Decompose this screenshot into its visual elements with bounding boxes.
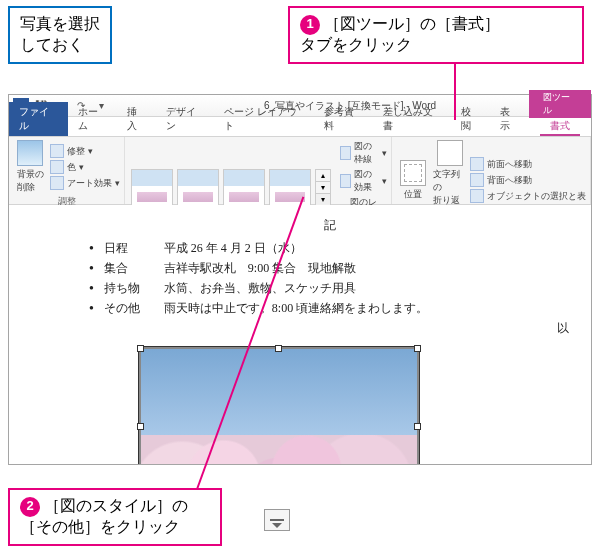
doc-tail: 以 (89, 320, 571, 337)
tab-mailings[interactable]: 差し込み文書 (373, 102, 451, 136)
ribbon-group-adjust: 背景の 削除 修整 ▾ 色 ▾ アート効果 ▾ 調整 (9, 137, 125, 204)
resize-handle[interactable] (414, 345, 421, 352)
gallery-up-icon[interactable]: ▴ (316, 170, 330, 182)
bring-forward-button[interactable]: 前面へ移動 (470, 157, 586, 171)
doc-row: 集合吉祥寺駅改札 9:00 集合 現地解散 (89, 260, 571, 277)
tab-insert[interactable]: 挿入 (117, 102, 156, 136)
gallery-down-icon[interactable]: ▾ (316, 182, 330, 194)
style-thumb[interactable] (223, 169, 265, 207)
style-thumb[interactable] (131, 169, 173, 207)
tab-file[interactable]: ファイル (9, 102, 68, 136)
word-window: W 💾 ↶ ↷ ▾ 6_写真やイラスト [互換モード] - Word ファイル … (8, 94, 592, 465)
style-thumb[interactable] (177, 169, 219, 207)
badge-2: 2 (20, 497, 40, 517)
leader-line-1 (454, 64, 456, 120)
contextual-tab-group: 図ツール 書式 (529, 90, 591, 136)
ribbon: 背景の 削除 修整 ▾ 色 ▾ アート効果 ▾ 調整 ▴ ▾ (9, 137, 591, 205)
document-area[interactable]: 記 日程平成 26 年 4 月 2 日（水） 集合吉祥寺駅改札 9:00 集合 … (9, 205, 591, 464)
ribbon-group-picture-styles: ▴ ▾ ▾ 図の枠線 ▾ 図の効果 ▾ 図のレイアウト ▾ 図のスタイル (125, 137, 392, 204)
artistic-effects-button[interactable]: アート効果 ▾ (50, 176, 120, 190)
tab-page-layout[interactable]: ページ レイアウト (214, 102, 314, 136)
doc-row: 持ち物水筒、お弁当、敷物、スケッチ用具 (89, 280, 571, 297)
gallery-more-button[interactable]: ▾ (316, 194, 330, 206)
selection-pane-button[interactable]: オブジェクトの選択と表 (470, 189, 586, 203)
ribbon-group-arrange: 位置 文字列の 折り返し 前面へ移動 背面へ移動 オブジェクトの選択と表 配置 (392, 137, 591, 204)
remove-background-button[interactable]: 背景の 削除 (13, 140, 47, 194)
photo-blossom (141, 435, 417, 464)
position-button[interactable]: 位置 (396, 160, 430, 201)
ribbon-tabs: ファイル ホーム 挿入 デザイン ページ レイアウト 参考資料 差し込み文書 校… (9, 117, 591, 137)
resize-handle[interactable] (275, 345, 282, 352)
callout-step2: 2［図のスタイル］の ［その他］をクリック (8, 488, 222, 546)
picture-tools-label: 図ツール (529, 90, 591, 118)
tab-review[interactable]: 校閲 (451, 102, 490, 136)
selected-picture[interactable] (139, 347, 419, 464)
send-backward-button[interactable]: 背面へ移動 (470, 173, 586, 187)
tab-design[interactable]: デザイン (156, 102, 215, 136)
picture-effects-button[interactable]: 図の効果 ▾ (340, 168, 387, 194)
gallery-scroll[interactable]: ▴ ▾ ▾ (315, 169, 331, 207)
badge-1: 1 (300, 15, 320, 35)
doc-heading: 記 (89, 217, 571, 234)
callout-step1: 1［図ツール］の［書式］ タブをクリック (288, 6, 584, 64)
corrections-button[interactable]: 修整 ▾ (50, 144, 120, 158)
callout-prep: 写真を選択 しておく (8, 6, 112, 64)
picture-border-button[interactable]: 図の枠線 ▾ (340, 140, 387, 166)
tab-format[interactable]: 書式 (540, 118, 580, 136)
resize-handle[interactable] (414, 423, 421, 430)
gallery-more-enlarged-icon (264, 509, 290, 531)
resize-handle[interactable] (137, 423, 144, 430)
tab-home[interactable]: ホーム (68, 102, 117, 136)
tab-references[interactable]: 参考資料 (314, 102, 373, 136)
tab-view[interactable]: 表示 (490, 102, 529, 136)
resize-handle[interactable] (137, 345, 144, 352)
style-thumb[interactable] (269, 169, 311, 207)
doc-row: その他雨天時は中止です。8:00 頃連絡網をまわします。 (89, 300, 571, 317)
doc-row: 日程平成 26 年 4 月 2 日（水） (89, 240, 571, 257)
color-button[interactable]: 色 ▾ (50, 160, 120, 174)
